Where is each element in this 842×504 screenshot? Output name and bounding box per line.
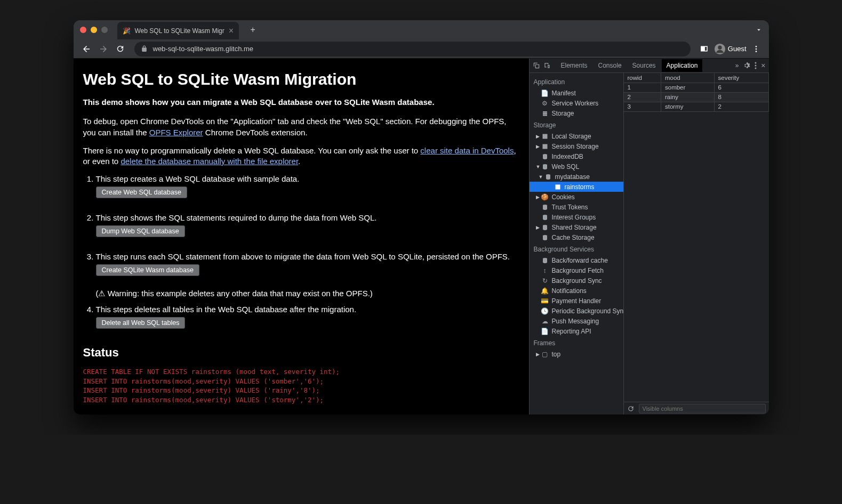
page-subtitle: This demo shows how you can migrate a We… bbox=[83, 97, 519, 108]
svg-point-6 bbox=[755, 65, 757, 67]
forward-button[interactable] bbox=[96, 42, 111, 56]
tab-sources[interactable]: Sources bbox=[628, 59, 661, 72]
step-4: This steps deletes all tables in the Web… bbox=[96, 305, 519, 338]
item-payment[interactable]: 💳Payment Handler bbox=[530, 296, 623, 306]
refresh-icon[interactable] bbox=[627, 405, 635, 412]
item-storage[interactable]: Storage bbox=[530, 108, 623, 118]
address-bar: web-sql-to-sqlite-wasm.glitch.me Guest bbox=[74, 39, 769, 59]
delete-db-manual-link[interactable]: delete the database manually with the fi… bbox=[121, 157, 298, 166]
item-service-workers[interactable]: ⚙Service Workers bbox=[530, 98, 623, 108]
status-code: CREATE TABLE IF NOT EXISTS rainstorms (m… bbox=[83, 367, 519, 404]
item-mydatabase[interactable]: ▼mydatabase bbox=[530, 172, 623, 182]
col-rowid[interactable]: rowid bbox=[624, 73, 661, 83]
dump-websql-button[interactable]: Dump Web SQL database bbox=[96, 225, 185, 237]
create-websql-button[interactable]: Create Web SQL database bbox=[96, 186, 187, 198]
reload-button[interactable] bbox=[113, 42, 128, 56]
tab-title: Web SQL to SQLite Wasm Migr bbox=[135, 27, 224, 35]
delete-tables-button[interactable]: Delete all Web SQL tables bbox=[96, 317, 186, 329]
step-3: This step runs each SQL statement from a… bbox=[96, 252, 519, 298]
tab-application[interactable]: Application bbox=[662, 59, 703, 72]
table-row[interactable]: 1somber6 bbox=[624, 83, 769, 92]
item-manifest[interactable]: 📄Manifest bbox=[530, 88, 623, 98]
titlebar: 🎉 Web SQL to SQLite Wasm Migr × + bbox=[74, 20, 769, 39]
item-indexeddb[interactable]: IndexedDB bbox=[530, 151, 623, 161]
tab-close-icon[interactable]: × bbox=[229, 26, 234, 36]
page-title: Web SQL to SQLite Wasm Migration bbox=[83, 70, 519, 88]
application-sidebar: Application 📄Manifest ⚙Service Workers S… bbox=[530, 73, 624, 414]
chevron-down-icon[interactable] bbox=[755, 26, 763, 34]
item-shared-storage[interactable]: ▶Shared Storage bbox=[530, 222, 623, 232]
opfs-explorer-link[interactable]: OPFS Explorer bbox=[149, 128, 203, 137]
section-frames: Frames bbox=[530, 336, 623, 349]
panel-toggle-icon[interactable] bbox=[697, 42, 712, 56]
devtools-body: Application 📄Manifest ⚙Service Workers S… bbox=[530, 73, 769, 414]
svg-point-1 bbox=[718, 45, 721, 49]
svg-point-4 bbox=[755, 51, 757, 52]
item-cookies[interactable]: ▶🍪Cookies bbox=[530, 192, 623, 202]
create-sqlite-button[interactable]: Create SQLite Wasm database bbox=[96, 264, 200, 276]
kebab-icon[interactable] bbox=[755, 62, 757, 69]
item-notifications[interactable]: 🔔Notifications bbox=[530, 286, 623, 296]
item-websql[interactable]: ▼Web SQL bbox=[530, 161, 623, 172]
visible-columns-input[interactable] bbox=[639, 404, 766, 413]
col-mood[interactable]: mood bbox=[661, 73, 715, 83]
url-bar[interactable]: web-sql-to-sqlite-wasm.glitch.me bbox=[134, 42, 691, 56]
paragraph-delete: There is no way to programmatically dele… bbox=[83, 145, 519, 167]
tab-console[interactable]: Console bbox=[594, 59, 627, 72]
table-row[interactable]: 2rainy8 bbox=[624, 92, 769, 102]
item-bgsync[interactable]: ↻Background Sync bbox=[530, 275, 623, 286]
gear-icon[interactable] bbox=[743, 62, 750, 69]
back-button[interactable] bbox=[79, 42, 94, 56]
item-bfcache[interactable]: Back/forward cache bbox=[530, 255, 623, 265]
devtools-panel: Elements Console Sources Application » ×… bbox=[529, 59, 769, 414]
menu-icon[interactable] bbox=[749, 42, 764, 56]
minimize-window-button[interactable] bbox=[91, 27, 97, 33]
devtools-close-icon[interactable]: × bbox=[761, 61, 765, 70]
page-content: Web SQL to SQLite Wasm Migration This de… bbox=[74, 59, 529, 414]
item-trust-tokens[interactable]: Trust Tokens bbox=[530, 202, 623, 212]
paragraph-debug: To debug, open Chrome DevTools on the "A… bbox=[83, 116, 519, 138]
table-area: rowid mood severity 1somber6 2rainy8 3st… bbox=[624, 73, 769, 414]
data-table: rowid mood severity 1somber6 2rainy8 3st… bbox=[624, 73, 769, 402]
item-top-frame[interactable]: ▶▢top bbox=[530, 349, 623, 359]
content-area: Web SQL to SQLite Wasm Migration This de… bbox=[74, 59, 769, 414]
step-1: This step creates a Web SQL database wit… bbox=[96, 174, 519, 208]
item-local-storage[interactable]: ▶Local Storage bbox=[530, 131, 623, 141]
item-reporting[interactable]: 📄Reporting API bbox=[530, 326, 623, 336]
step-2: This step shows the SQL statements requi… bbox=[96, 213, 519, 247]
steps-list: This step creates a Web SQL database wit… bbox=[96, 174, 519, 338]
traffic-lights bbox=[80, 27, 108, 33]
profile-avatar[interactable]: Guest bbox=[714, 43, 747, 55]
browser-window: 🎉 Web SQL to SQLite Wasm Migr × + web-sq… bbox=[74, 20, 769, 414]
table-footer bbox=[624, 402, 769, 414]
section-background-services: Background Services bbox=[530, 242, 623, 255]
table-row[interactable]: 3stormy2 bbox=[624, 102, 769, 111]
section-application: Application bbox=[530, 75, 623, 88]
item-periodic[interactable]: 🕓Periodic Background Sync bbox=[530, 306, 623, 316]
svg-point-5 bbox=[755, 62, 757, 64]
close-window-button[interactable] bbox=[80, 27, 86, 33]
url-text: web-sql-to-sqlite-wasm.glitch.me bbox=[153, 45, 254, 53]
devtools-tabbar: Elements Console Sources Application » × bbox=[530, 59, 769, 73]
inspect-icon[interactable] bbox=[533, 62, 540, 69]
item-bgfetch[interactable]: ↕Background Fetch bbox=[530, 265, 623, 275]
svg-point-7 bbox=[755, 68, 757, 69]
svg-point-3 bbox=[755, 48, 757, 50]
device-icon[interactable] bbox=[543, 62, 551, 69]
maximize-window-button[interactable] bbox=[101, 27, 108, 33]
more-tabs-icon[interactable]: » bbox=[735, 62, 739, 69]
item-session-storage[interactable]: ▶Session Storage bbox=[530, 141, 623, 151]
new-tab-button[interactable]: + bbox=[246, 23, 259, 36]
browser-tab[interactable]: 🎉 Web SQL to SQLite Wasm Migr × bbox=[117, 22, 239, 40]
tab-elements[interactable]: Elements bbox=[556, 59, 592, 72]
item-rainstorms[interactable]: rainstorms bbox=[530, 182, 623, 192]
section-storage: Storage bbox=[530, 118, 623, 131]
svg-point-2 bbox=[755, 46, 757, 47]
col-severity[interactable]: severity bbox=[714, 73, 768, 83]
status-heading: Status bbox=[83, 346, 519, 360]
profile-label: Guest bbox=[728, 45, 747, 53]
item-interest-groups[interactable]: Interest Groups bbox=[530, 212, 623, 222]
clear-site-data-link[interactable]: clear site data in DevTools bbox=[420, 146, 514, 155]
item-cache-storage[interactable]: Cache Storage bbox=[530, 232, 623, 242]
item-push[interactable]: ☁Push Messaging bbox=[530, 316, 623, 326]
